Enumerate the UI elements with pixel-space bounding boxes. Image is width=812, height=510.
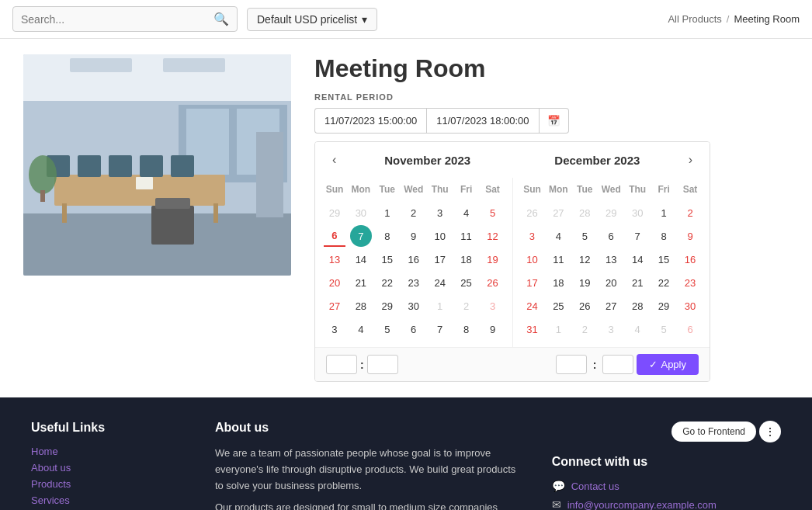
cal-day[interactable]: 8 — [377, 225, 398, 247]
cal-day[interactable]: 21 — [350, 272, 372, 293]
cal-day[interactable]: 11 — [456, 225, 477, 247]
cal-day[interactable]: 17 — [429, 248, 451, 270]
cal-day[interactable]: 5 — [574, 225, 595, 247]
cal-day[interactable]: 15 — [653, 248, 675, 270]
cal-day[interactable]: 5 — [377, 318, 398, 340]
cal-day[interactable]: 1 — [377, 202, 398, 224]
cal-day[interactable]: 16 — [679, 248, 701, 270]
cal-day[interactable]: 9 — [482, 318, 504, 340]
cal-day[interactable]: 4 — [456, 202, 477, 224]
cal-day[interactable]: 9 — [679, 225, 701, 247]
cal-day[interactable]: 21 — [626, 272, 648, 293]
cal-day[interactable]: 1 — [547, 318, 569, 340]
cal-day-selected[interactable]: 7 — [350, 225, 372, 247]
cal-day[interactable]: 30 — [403, 295, 425, 317]
cal-day[interactable]: 7 — [626, 225, 648, 247]
cal-day[interactable]: 28 — [574, 202, 595, 224]
cal-day[interactable]: 3 — [429, 202, 451, 224]
footer-link-services[interactable]: Services — [31, 494, 184, 506]
cal-day[interactable]: 5 — [482, 202, 504, 224]
cal-day[interactable]: 12 — [574, 248, 595, 270]
email-link[interactable]: info@yourcompany.example.com — [567, 499, 717, 511]
go-frontend-button[interactable]: Go to Frontend — [671, 422, 756, 442]
go-frontend-menu-button[interactable]: ⋮ — [759, 421, 781, 442]
cal-day[interactable]: 6 — [600, 225, 622, 247]
footer-link-products[interactable]: Products — [31, 478, 184, 490]
footer-link-home[interactable]: Home — [31, 446, 184, 457]
cal-day[interactable]: 23 — [679, 272, 701, 293]
cal-day[interactable]: 14 — [626, 248, 648, 270]
cal-day[interactable]: 8 — [456, 318, 477, 340]
cal-day[interactable]: 26 — [574, 295, 595, 317]
footer-link-about[interactable]: About us — [31, 462, 184, 474]
cal-day[interactable]: 30 — [350, 202, 372, 224]
cal-day[interactable]: 31 — [521, 318, 543, 340]
cal-day[interactable]: 19 — [574, 272, 595, 293]
cal-day[interactable]: 15 — [377, 248, 398, 270]
cal-day[interactable]: 20 — [600, 272, 622, 293]
search-input[interactable] — [21, 13, 213, 26]
calendar-prev-button[interactable]: ‹ — [326, 150, 342, 170]
cal-day[interactable]: 10 — [429, 225, 451, 247]
start-hour-input[interactable]: 15 — [326, 355, 357, 374]
cal-day[interactable]: 28 — [350, 295, 372, 317]
cal-day[interactable]: 30 — [626, 202, 648, 224]
cal-day[interactable]: 2 — [574, 318, 595, 340]
cal-day[interactable]: 25 — [456, 272, 477, 293]
apply-button[interactable]: ✓ Apply — [637, 354, 699, 375]
end-minute-input[interactable]: 00 — [602, 355, 633, 374]
cal-day[interactable]: 19 — [482, 248, 504, 270]
cal-day[interactable]: 10 — [521, 248, 543, 270]
cal-day[interactable]: 22 — [377, 272, 398, 293]
pricelist-dropdown[interactable]: Default USD pricelist ▾ — [247, 8, 377, 31]
cal-day[interactable]: 3 — [600, 318, 622, 340]
cal-day[interactable]: 26 — [482, 272, 504, 293]
cal-day[interactable]: 14 — [350, 248, 372, 270]
cal-day[interactable]: 16 — [403, 248, 425, 270]
cal-day[interactable]: 7 — [429, 318, 451, 340]
cal-day[interactable]: 13 — [600, 248, 622, 270]
cal-day[interactable]: 4 — [626, 318, 648, 340]
start-date-input[interactable]: 11/07/2023 15:00:00 — [314, 108, 426, 134]
cal-day[interactable]: 12 — [482, 225, 504, 247]
end-date-input[interactable]: 11/07/2023 18:00:00 — [426, 108, 539, 134]
end-hour-input[interactable]: 18 — [556, 355, 587, 374]
cal-day[interactable]: 3 — [521, 225, 543, 247]
cal-day[interactable]: 1 — [429, 295, 451, 317]
calendar-toggle-button[interactable]: 📅 — [540, 108, 569, 134]
cal-day[interactable]: 29 — [653, 295, 675, 317]
cal-day[interactable]: 2 — [403, 202, 425, 224]
search-icon-button[interactable]: 🔍 — [213, 12, 229, 26]
start-minute-input[interactable]: 00 — [367, 355, 398, 374]
cal-day[interactable]: 24 — [429, 272, 451, 293]
contact-us-link[interactable]: Contact us — [571, 481, 619, 492]
cal-day[interactable]: 23 — [403, 272, 425, 293]
cal-day[interactable]: 8 — [653, 225, 675, 247]
cal-day[interactable]: 4 — [350, 318, 372, 340]
cal-day[interactable]: 29 — [600, 202, 622, 224]
breadcrumb-parent[interactable]: All Products — [668, 13, 721, 25]
cal-day[interactable]: 29 — [377, 295, 398, 317]
cal-day[interactable]: 2 — [456, 295, 477, 317]
cal-day[interactable]: 13 — [324, 248, 345, 270]
cal-day[interactable]: 6 — [679, 318, 701, 340]
cal-day[interactable]: 11 — [547, 248, 569, 270]
cal-day[interactable]: 17 — [521, 272, 543, 293]
cal-day[interactable]: 9 — [403, 225, 425, 247]
calendar-next-button[interactable]: › — [682, 150, 699, 170]
cal-day[interactable]: 26 — [521, 202, 543, 224]
cal-day[interactable]: 27 — [600, 295, 622, 317]
cal-day[interactable]: 25 — [547, 295, 569, 317]
cal-day[interactable]: 22 — [653, 272, 675, 293]
cal-day[interactable]: 28 — [626, 295, 648, 317]
cal-day[interactable]: 3 — [482, 295, 504, 317]
cal-day-today[interactable]: 6 — [324, 225, 345, 247]
cal-day[interactable]: 27 — [324, 295, 345, 317]
cal-day[interactable]: 30 — [679, 295, 701, 317]
cal-day[interactable]: 29 — [324, 202, 345, 224]
cal-day[interactable]: 1 — [653, 202, 675, 224]
cal-day[interactable]: 24 — [521, 295, 543, 317]
cal-day[interactable]: 5 — [653, 318, 675, 340]
cal-day[interactable]: 3 — [324, 318, 345, 340]
cal-day[interactable]: 18 — [456, 248, 477, 270]
